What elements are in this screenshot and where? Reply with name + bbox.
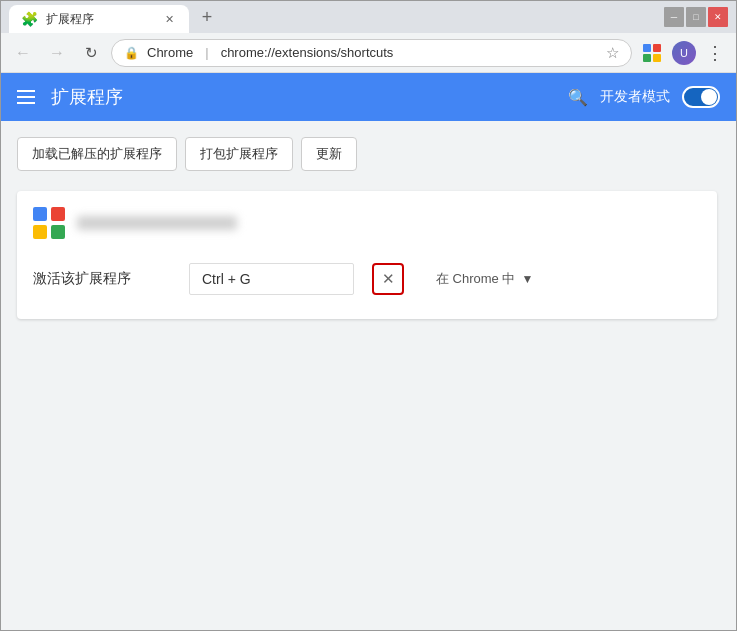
svg-rect-2 bbox=[643, 54, 651, 62]
scope-dropdown-icon: ▼ bbox=[521, 272, 533, 286]
svg-rect-6 bbox=[33, 225, 47, 239]
address-bar[interactable]: 🔒 Chrome | chrome://extensions/shortcuts… bbox=[111, 39, 632, 67]
window-controls: ─ □ ✕ bbox=[664, 7, 728, 27]
svg-rect-1 bbox=[653, 44, 661, 52]
svg-rect-7 bbox=[51, 225, 65, 239]
address-separator: | bbox=[205, 45, 208, 60]
active-tab[interactable]: 🧩 扩展程序 ✕ bbox=[9, 5, 189, 33]
close-button[interactable]: ✕ bbox=[708, 7, 728, 27]
forward-button[interactable]: → bbox=[43, 39, 71, 67]
new-tab-button[interactable]: + bbox=[193, 3, 221, 31]
refresh-button[interactable]: ↻ bbox=[77, 39, 105, 67]
shortcut-label: 激活该扩展程序 bbox=[33, 270, 173, 288]
bookmark-star-icon[interactable]: ☆ bbox=[606, 44, 619, 62]
tab-title: 扩展程序 bbox=[46, 11, 153, 28]
action-buttons-row: 加载已解压的扩展程序 打包扩展程序 更新 bbox=[17, 137, 720, 171]
page-header: 扩展程序 🔍 开发者模式 bbox=[1, 73, 736, 121]
shortcut-input-field[interactable]: Ctrl + G bbox=[189, 263, 354, 295]
extension-header bbox=[33, 207, 701, 239]
developer-mode-label: 开发者模式 bbox=[600, 88, 670, 106]
shortcut-clear-button[interactable]: ✕ bbox=[372, 263, 404, 295]
address-url: chrome://extensions/shortcuts bbox=[221, 45, 598, 60]
scope-selector[interactable]: 在 Chrome 中 ▼ bbox=[436, 270, 533, 288]
developer-mode-toggle[interactable] bbox=[682, 86, 720, 108]
scope-label: 在 Chrome 中 bbox=[436, 270, 515, 288]
extension-name-blurred bbox=[77, 216, 237, 230]
extension-card: 激活该扩展程序 Ctrl + G ✕ 在 Chrome 中 ▼ bbox=[17, 191, 717, 319]
page-title: 扩展程序 bbox=[51, 85, 552, 109]
maximize-button[interactable]: □ bbox=[686, 7, 706, 27]
navigation-bar: ← → ↻ 🔒 Chrome | chrome://extensions/sho… bbox=[1, 33, 736, 73]
profile-avatar[interactable]: U bbox=[672, 41, 696, 65]
extension-icon bbox=[33, 207, 65, 239]
toggle-knob bbox=[701, 89, 717, 105]
hamburger-menu-button[interactable] bbox=[17, 90, 35, 104]
browser-window: 🧩 扩展程序 ✕ + ─ □ ✕ ← → ↻ 🔒 Chrome | chrome… bbox=[0, 0, 737, 631]
minimize-button[interactable]: ─ bbox=[664, 7, 684, 27]
clear-icon: ✕ bbox=[382, 270, 395, 288]
chrome-menu-button[interactable]: ⋮ bbox=[702, 38, 728, 68]
shortcut-row: 激活该扩展程序 Ctrl + G ✕ 在 Chrome 中 ▼ bbox=[33, 255, 701, 303]
svg-rect-4 bbox=[33, 207, 47, 221]
tab-favicon: 🧩 bbox=[21, 11, 38, 27]
header-right-controls: 🔍 开发者模式 bbox=[568, 86, 720, 108]
google-apps-icon[interactable] bbox=[638, 39, 666, 67]
content-area: 加载已解压的扩展程序 打包扩展程序 更新 bbox=[1, 121, 736, 630]
address-chrome-label: Chrome bbox=[147, 45, 193, 60]
pack-extension-button[interactable]: 打包扩展程序 bbox=[185, 137, 293, 171]
tab-close-icon[interactable]: ✕ bbox=[161, 11, 177, 27]
load-unpacked-button[interactable]: 加载已解压的扩展程序 bbox=[17, 137, 177, 171]
back-button[interactable]: ← bbox=[9, 39, 37, 67]
update-button[interactable]: 更新 bbox=[301, 137, 357, 171]
security-icon: 🔒 bbox=[124, 46, 139, 60]
svg-rect-3 bbox=[653, 54, 661, 62]
svg-rect-0 bbox=[643, 44, 651, 52]
search-icon[interactable]: 🔍 bbox=[568, 88, 588, 107]
svg-rect-5 bbox=[51, 207, 65, 221]
shortcut-value: Ctrl + G bbox=[202, 271, 251, 287]
